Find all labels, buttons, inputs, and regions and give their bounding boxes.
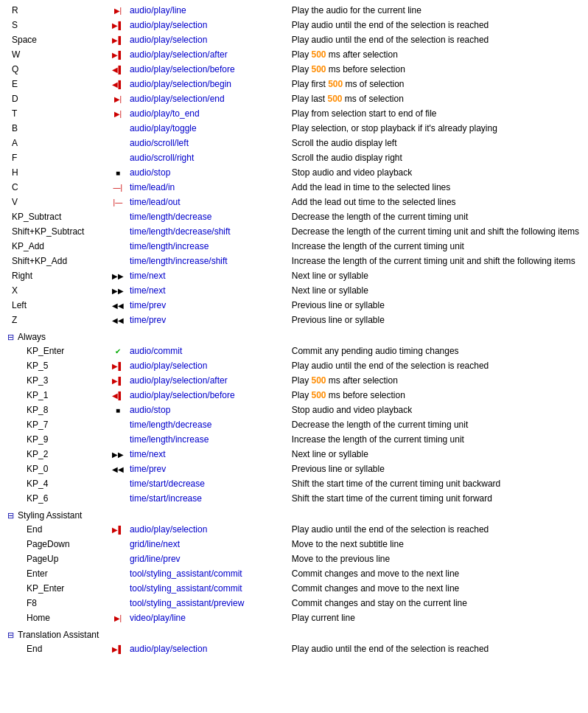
section-label: ⊟ Translation Assistant bbox=[6, 625, 582, 641]
desc-cell: Increase the length of the current timin… bbox=[289, 254, 582, 268]
icon-cell: ▶▌ bbox=[109, 32, 127, 47]
key-cell: KP_Add bbox=[6, 239, 109, 254]
desc-cell: Play audio until the end of the selectio… bbox=[289, 358, 582, 373]
table-row: X▶▶time/nextNext line or syllable bbox=[6, 283, 582, 298]
action-cell: audio/scroll/left bbox=[127, 136, 289, 150]
icon-cell: ▶▶ bbox=[109, 268, 127, 283]
action-cell: time/length/increase/shift bbox=[127, 254, 289, 268]
desc-cell: Play 500 ms before selection bbox=[289, 62, 582, 77]
desc-cell: Play last 500 ms of selection bbox=[289, 91, 582, 106]
icon-cell: ◀▌ bbox=[109, 77, 127, 91]
section-header: ⊟ Always bbox=[6, 327, 582, 344]
action-cell: audio/play/selection bbox=[127, 641, 289, 656]
key-cell: KP_2 bbox=[6, 447, 109, 462]
table-row: KP_7time/length/decreaseDecrease the len… bbox=[6, 417, 582, 432]
action-cell: grid/line/prev bbox=[127, 552, 289, 566]
action-cell: audio/play/selection bbox=[127, 358, 289, 373]
icon-cell bbox=[109, 566, 127, 581]
desc-cell: Commit any pending audio timing changes bbox=[289, 344, 582, 358]
desc-cell: Decrease the length of the current timin… bbox=[289, 224, 582, 239]
section-header: ⊟ Translation Assistant bbox=[6, 625, 582, 641]
table-row: E◀▌audio/play/selection/beginPlay first … bbox=[6, 77, 582, 91]
desc-cell: Scroll the audio display left bbox=[289, 136, 582, 150]
icon-cell bbox=[109, 552, 127, 566]
desc-cell: Stop audio and video playback bbox=[289, 403, 582, 417]
key-cell: KP_4 bbox=[6, 476, 109, 491]
table-row: KP_0◀◀time/prevPrevious line or syllable bbox=[6, 462, 582, 476]
icon-cell: ■ bbox=[109, 165, 127, 180]
icon-cell bbox=[109, 254, 127, 268]
table-row: KP_6time/start/increaseShift the start t… bbox=[6, 491, 582, 506]
key-cell: Left bbox=[6, 298, 109, 313]
action-cell: audio/play/selection/before bbox=[127, 62, 289, 77]
key-cell: PageDown bbox=[6, 537, 109, 552]
section-name: Always bbox=[18, 332, 46, 342]
action-cell: time/start/decrease bbox=[127, 476, 289, 491]
desc-cell: Play audio until the end of the selectio… bbox=[289, 32, 582, 47]
key-cell: Home bbox=[6, 611, 109, 625]
action-cell: time/lead/in bbox=[127, 180, 289, 195]
action-cell: audio/play/selection/after bbox=[127, 47, 289, 62]
desc-cell: Shift the start time of the current timi… bbox=[289, 491, 582, 506]
icon-cell: ■ bbox=[109, 403, 127, 417]
key-cell: End bbox=[6, 641, 109, 656]
action-cell: audio/play/selection/begin bbox=[127, 77, 289, 91]
icon-cell: ▶| bbox=[109, 91, 127, 106]
icon-cell: ◀▌ bbox=[109, 388, 127, 403]
icon-cell bbox=[109, 150, 127, 165]
table-row: Right▶▶time/nextNext line or syllable bbox=[6, 268, 582, 283]
table-row: W▶▌audio/play/selection/afterPlay 500 ms… bbox=[6, 47, 582, 62]
key-cell: Right bbox=[6, 268, 109, 283]
action-cell: time/next bbox=[127, 447, 289, 462]
action-cell: time/prev bbox=[127, 298, 289, 313]
icon-cell bbox=[109, 209, 127, 224]
key-cell: KP_3 bbox=[6, 373, 109, 388]
icon-cell: —| bbox=[109, 180, 127, 195]
action-cell: audio/play/selection bbox=[127, 522, 289, 537]
action-cell: audio/play/selection/after bbox=[127, 373, 289, 388]
section-toggle-icon[interactable]: ⊟ bbox=[7, 511, 18, 520]
icon-cell: |— bbox=[109, 195, 127, 209]
action-cell: audio/play/selection bbox=[127, 18, 289, 32]
desc-cell: Play from selection start to end of file bbox=[289, 106, 582, 121]
table-row: KP_2▶▶time/nextNext line or syllable bbox=[6, 447, 582, 462]
table-row: End▶▌audio/play/selectionPlay audio unti… bbox=[6, 641, 582, 656]
section-toggle-icon[interactable]: ⊟ bbox=[7, 630, 18, 639]
key-cell: Shift+KP_Subtract bbox=[6, 224, 109, 239]
icon-cell bbox=[109, 596, 127, 611]
section-toggle-icon[interactable]: ⊟ bbox=[7, 333, 18, 341]
table-row: S▶▌audio/play/selectionPlay audio until … bbox=[6, 18, 582, 32]
table-row: Faudio/scroll/rightScroll the audio disp… bbox=[6, 150, 582, 165]
icon-cell: ▶▌ bbox=[109, 522, 127, 537]
table-row: KP_Enter✔audio/commitCommit any pending … bbox=[6, 344, 582, 358]
action-cell: audio/play/selection/end bbox=[127, 91, 289, 106]
desc-cell: Next line or syllable bbox=[289, 283, 582, 298]
table-row: KP_8■audio/stopStop audio and video play… bbox=[6, 403, 582, 417]
table-row: End▶▌audio/play/selectionPlay audio unti… bbox=[6, 522, 582, 537]
icon-cell: ◀◀ bbox=[109, 313, 127, 327]
icon-cell bbox=[109, 224, 127, 239]
key-cell: Space bbox=[6, 32, 109, 47]
key-cell: C bbox=[6, 180, 109, 195]
icon-cell bbox=[109, 476, 127, 491]
icon-cell: ▶▶ bbox=[109, 447, 127, 462]
table-row: Home▶|video/play/linePlay current line bbox=[6, 611, 582, 625]
action-cell: video/play/line bbox=[127, 611, 289, 625]
desc-cell: Commit changes and stay on the current l… bbox=[289, 596, 582, 611]
desc-cell: Next line or syllable bbox=[289, 447, 582, 462]
icon-cell: ◀◀ bbox=[109, 298, 127, 313]
icon-cell: ✔ bbox=[109, 344, 127, 358]
key-cell: KP_Enter bbox=[6, 581, 109, 596]
icon-cell bbox=[109, 239, 127, 254]
icon-cell: ▶▌ bbox=[109, 641, 127, 656]
action-cell: time/next bbox=[127, 268, 289, 283]
desc-cell: Play audio until the end of the selectio… bbox=[289, 18, 582, 32]
desc-cell: Add the lead out time to the selected li… bbox=[289, 195, 582, 209]
desc-cell: Scroll the audio display right bbox=[289, 150, 582, 165]
table-row: KP_Subtracttime/length/decreaseDecrease … bbox=[6, 209, 582, 224]
table-row: Left◀◀time/prevPrevious line or syllable bbox=[6, 298, 582, 313]
table-row: H■audio/stopStop audio and video playbac… bbox=[6, 165, 582, 180]
desc-cell: Shift the start time of the current timi… bbox=[289, 476, 582, 491]
key-cell: X bbox=[6, 283, 109, 298]
desc-cell: Play selection, or stop playback if it's… bbox=[289, 121, 582, 136]
